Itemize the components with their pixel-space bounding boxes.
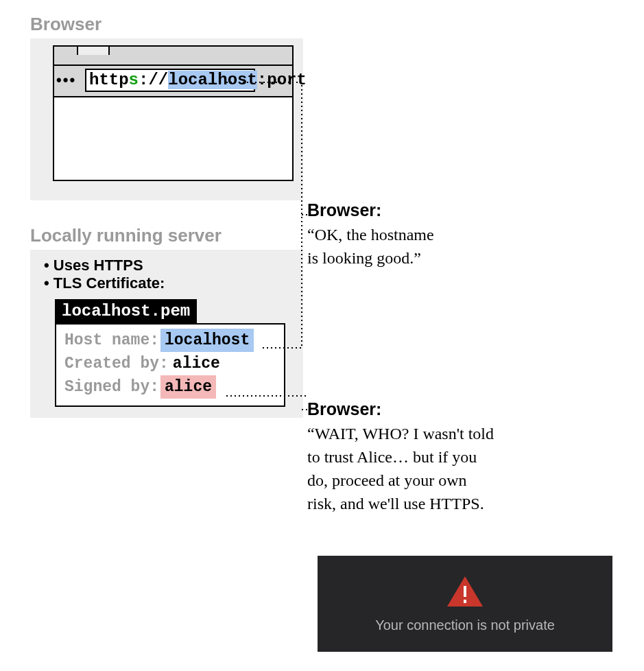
- server-bullets: Uses HTTPS TLS Certificate:: [44, 257, 303, 292]
- server-panel: Uses HTTPS TLS Certificate: localhost.pe…: [30, 250, 303, 418]
- url-colon: :: [257, 71, 267, 89]
- server-bullet-https: Uses HTTPS: [44, 257, 303, 274]
- url-host: localhost: [168, 71, 257, 89]
- cert-host-label: Host name:: [64, 329, 160, 352]
- cert-created-value: alice: [169, 352, 224, 375]
- browser-panel: ••• https://localhost:port: [30, 38, 303, 200]
- certificate: localhost.pem Host name: localhost Creat…: [55, 299, 285, 407]
- browser-title: Browser: [30, 14, 102, 35]
- ssl-warning-message: Your connection is not private: [375, 617, 555, 633]
- ssl-warning: Your connection is not private: [318, 556, 612, 652]
- browser-viewport: [53, 96, 294, 181]
- cert-host-value: localhost: [160, 329, 254, 352]
- browser-window: ••• https://localhost:port: [30, 38, 303, 195]
- svg-rect-2: [464, 600, 466, 603]
- warning-triangle-icon: [446, 575, 484, 608]
- url-scheme-s: s: [129, 71, 139, 89]
- server-title: Locally running server: [30, 225, 222, 246]
- callout1-speaker: Browser:: [307, 200, 623, 220]
- callout-untrusted-signer: Browser: “WAIT, WHO? I wasn't told to tr…: [307, 399, 623, 515]
- certificate-body: Host name: localhost Created by: alice S…: [55, 323, 285, 407]
- cert-signed-value: alice: [160, 375, 216, 399]
- cert-created-label: Created by:: [64, 352, 169, 375]
- cert-row-host: Host name: localhost: [64, 329, 276, 352]
- callout-hostname-ok: Browser: “OK, the hostname is looking go…: [307, 200, 623, 270]
- callout2-speaker: Browser:: [307, 399, 623, 419]
- url-port: port: [267, 71, 307, 89]
- browser-tab: [77, 45, 110, 55]
- svg-rect-1: [464, 586, 466, 597]
- certificate-filename: localhost.pem: [55, 299, 197, 323]
- browser-tabstrip: [53, 45, 294, 64]
- more-icon: •••: [56, 71, 76, 89]
- cert-signed-label: Signed by:: [64, 375, 160, 399]
- cert-row-created: Created by: alice: [64, 352, 276, 375]
- url-sep: ://: [139, 71, 168, 89]
- callout1-speech: “OK, the hostname is looking good.”: [307, 223, 623, 270]
- callout2-speech: “WAIT, WHO? I wasn't told to trust Alice…: [307, 422, 623, 515]
- server-bullet-tls: TLS Certificate:: [44, 274, 303, 292]
- url-scheme-http: http: [89, 71, 129, 89]
- address-bar[interactable]: https://localhost:port: [85, 69, 255, 92]
- cert-row-signed: Signed by: alice: [64, 375, 276, 399]
